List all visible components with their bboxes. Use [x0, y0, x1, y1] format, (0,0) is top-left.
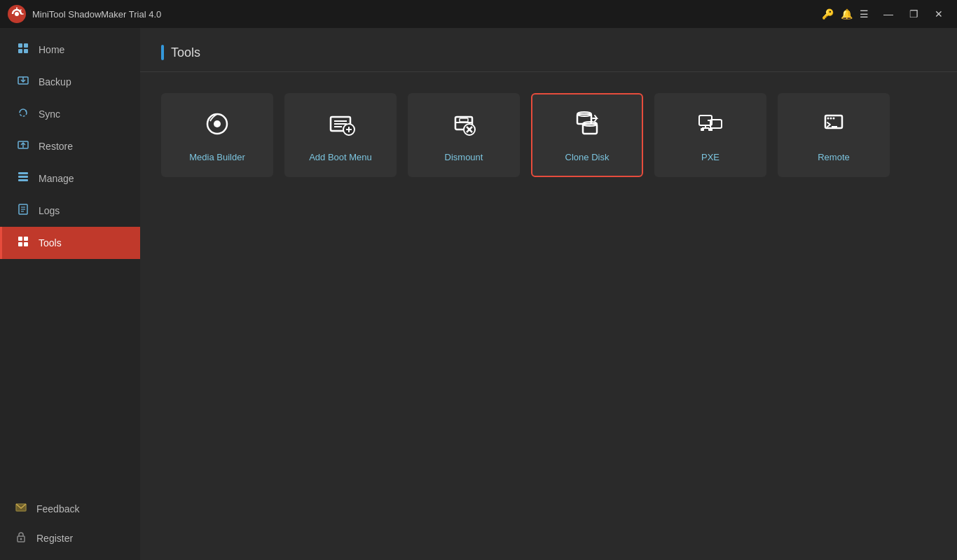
sidebar-label-tools: Tools	[39, 237, 62, 248]
restore-button[interactable]: ❐	[902, 4, 925, 24]
svg-rect-19	[24, 237, 28, 241]
titlebar-icon-group: 🔑 🔔 ☰	[822, 8, 869, 20]
clone-disk-label: Clone Disk	[565, 152, 610, 162]
svg-rect-11	[18, 172, 28, 174]
sync-icon	[16, 106, 30, 122]
svg-point-1	[15, 12, 19, 16]
sidebar-label-register: Register	[36, 533, 73, 544]
app-body: Home Backup	[0, 28, 957, 560]
clone-disk-icon	[572, 108, 603, 144]
sidebar-item-restore[interactable]: Restore	[0, 130, 140, 162]
pxe-label: PXE	[701, 152, 720, 162]
sidebar-label-feedback: Feedback	[36, 503, 79, 514]
sidebar-item-register[interactable]: Register	[0, 524, 140, 553]
svg-rect-20	[18, 242, 22, 246]
tools-grid: Media Builder Add Boot Menu	[140, 72, 957, 198]
media-builder-icon	[202, 108, 233, 144]
add-boot-menu-icon	[325, 108, 356, 144]
svg-point-24	[20, 538, 22, 540]
sidebar-nav: Home Backup	[0, 28, 140, 487]
sidebar-item-tools[interactable]: Tools	[0, 227, 140, 259]
sidebar-label-logs: Logs	[39, 205, 60, 216]
svg-point-26	[214, 120, 221, 127]
feedback-icon	[14, 501, 28, 517]
sidebar-label-sync: Sync	[39, 108, 60, 120]
svg-point-55	[830, 117, 832, 119]
svg-point-56	[833, 117, 835, 119]
svg-rect-18	[18, 237, 22, 241]
notification-icon[interactable]: 🔔	[841, 8, 853, 20]
manage-icon	[16, 171, 30, 186]
minimize-button[interactable]: —	[877, 4, 900, 24]
home-icon	[16, 42, 30, 57]
svg-point-54	[827, 117, 829, 119]
svg-rect-13	[18, 179, 28, 181]
key-icon[interactable]: 🔑	[822, 8, 834, 20]
main-content: Tools Media Builder	[140, 28, 957, 560]
app-title: MiniTool ShadowMaker Trial 4.0	[32, 9, 822, 20]
sidebar-item-home[interactable]: Home	[0, 34, 140, 66]
svg-rect-5	[24, 49, 28, 53]
tool-remote[interactable]: Remote	[778, 93, 890, 177]
svg-rect-37	[460, 118, 468, 122]
dismount-icon	[448, 108, 479, 144]
register-icon	[14, 531, 28, 546]
sidebar-label-backup: Backup	[39, 76, 71, 88]
tool-pxe[interactable]: PXE	[654, 93, 766, 177]
sidebar: Home Backup	[0, 28, 140, 560]
remote-icon	[818, 108, 849, 144]
dismount-label: Dismount	[445, 152, 483, 162]
svg-rect-52	[708, 128, 712, 131]
sidebar-bottom: Feedback Register	[0, 487, 140, 560]
titlebar: MiniTool ShadowMaker Trial 4.0 🔑 🔔 ☰ — ❐…	[0, 0, 957, 28]
logs-icon	[16, 203, 30, 218]
svg-rect-51	[701, 128, 704, 131]
tools-icon	[16, 235, 30, 251]
sidebar-label-restore: Restore	[39, 141, 73, 152]
backup-icon	[16, 74, 30, 90]
tool-add-boot-menu[interactable]: Add Boot Menu	[284, 93, 397, 177]
media-builder-label: Media Builder	[189, 152, 245, 162]
close-button[interactable]: ✕	[928, 4, 950, 24]
menu-icon[interactable]: ☰	[860, 8, 869, 20]
sidebar-item-manage[interactable]: Manage	[0, 162, 140, 195]
pxe-icon	[695, 108, 726, 144]
svg-rect-21	[24, 242, 28, 246]
svg-rect-12	[18, 176, 28, 178]
sidebar-label-home: Home	[39, 44, 64, 55]
tool-clone-disk[interactable]: Clone Disk	[531, 93, 643, 177]
tool-dismount[interactable]: Dismount	[408, 93, 520, 177]
page-header: Tools	[140, 28, 957, 72]
sidebar-item-feedback[interactable]: Feedback	[0, 494, 140, 524]
remote-label: Remote	[818, 152, 850, 162]
svg-rect-3	[24, 43, 28, 48]
app-logo	[7, 4, 27, 24]
title-accent	[161, 45, 164, 60]
sidebar-item-backup[interactable]: Backup	[0, 66, 140, 98]
svg-rect-2	[18, 43, 22, 48]
page-title: Tools	[171, 46, 200, 60]
restore-icon	[16, 139, 30, 154]
window-controls: — ❐ ✕	[877, 4, 950, 24]
sidebar-label-manage: Manage	[39, 173, 74, 184]
sidebar-item-logs[interactable]: Logs	[0, 195, 140, 227]
svg-rect-4	[18, 49, 22, 53]
sidebar-item-sync[interactable]: Sync	[0, 98, 140, 130]
tool-media-builder[interactable]: Media Builder	[161, 93, 273, 177]
add-boot-menu-label: Add Boot Menu	[309, 152, 372, 162]
